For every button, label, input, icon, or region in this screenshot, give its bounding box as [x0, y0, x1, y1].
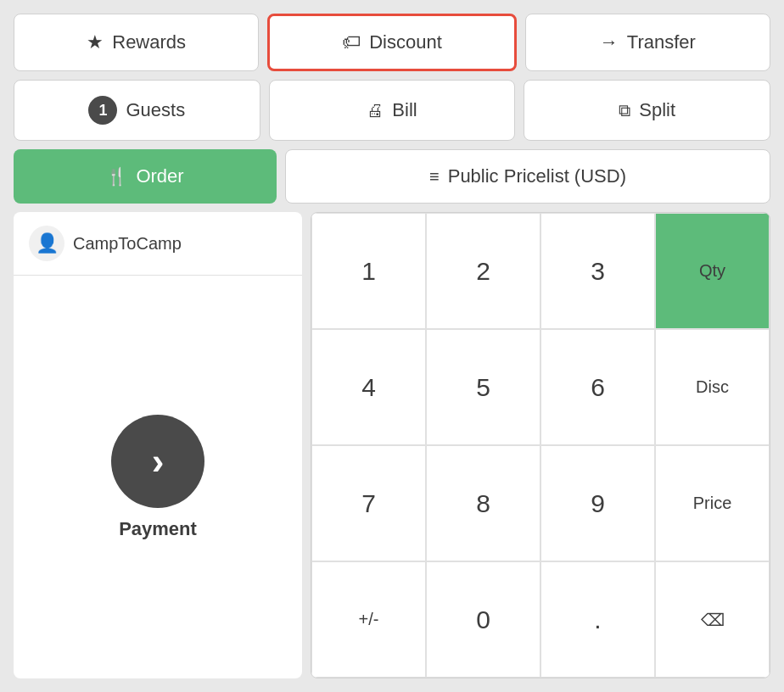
- numpad-plus-minus[interactable]: +/-: [311, 561, 426, 678]
- numpad-3[interactable]: 3: [540, 213, 655, 329]
- price-button[interactable]: Price: [655, 445, 770, 561]
- transfer-label: Transfer: [627, 31, 696, 53]
- main-area: 👤 CampToCamp › Payment 1 2 3 Qty 4 5: [14, 212, 770, 678]
- customer-row: 👤 CampToCamp: [14, 212, 302, 276]
- numpad-row-2: 4 5 6 Disc: [311, 329, 770, 445]
- arrow-right-icon: →: [600, 31, 619, 53]
- rewards-label: Rewards: [112, 31, 186, 53]
- numpad-4[interactable]: 4: [311, 329, 426, 445]
- customer-name: CampToCamp: [73, 234, 182, 254]
- discount-label: Discount: [369, 31, 442, 53]
- list-icon: ≡: [429, 167, 440, 187]
- backspace-button[interactable]: ⌫: [655, 561, 770, 678]
- numpad-5[interactable]: 5: [426, 329, 540, 445]
- numpad-1[interactable]: 1: [311, 213, 426, 329]
- numpad-9[interactable]: 9: [540, 445, 655, 561]
- payment-button[interactable]: ›: [111, 415, 204, 508]
- numpad: 1 2 3 Qty 4 5 6 Disc 7 8 9 Price +/- 0 .: [311, 212, 770, 678]
- numpad-row-4: +/- 0 . ⌫: [311, 561, 770, 678]
- payment-label: Payment: [119, 518, 197, 540]
- qty-button[interactable]: Qty: [655, 213, 770, 329]
- fork-icon: 🍴: [106, 166, 127, 187]
- disc-button[interactable]: Disc: [655, 329, 770, 445]
- transfer-button[interactable]: → Transfer: [525, 14, 770, 71]
- guests-label: Guests: [126, 99, 185, 121]
- person-icon: 👤: [36, 232, 59, 254]
- numpad-dot[interactable]: .: [540, 561, 655, 678]
- star-icon: ★: [87, 31, 104, 53]
- numpad-row-3: 7 8 9 Price: [311, 445, 770, 561]
- order-label: Order: [136, 165, 183, 187]
- bill-label: Bill: [392, 99, 417, 121]
- numpad-2[interactable]: 2: [426, 213, 540, 329]
- split-label: Split: [639, 99, 675, 121]
- customer-avatar: 👤: [29, 226, 64, 261]
- split-button[interactable]: ⧉ Split: [524, 80, 770, 141]
- numpad-row-1: 1 2 3 Qty: [311, 213, 770, 329]
- pricelist-button[interactable]: ≡ Public Pricelist (USD): [285, 149, 770, 204]
- pricelist-label: Public Pricelist (USD): [448, 165, 626, 187]
- split-icon: ⧉: [619, 101, 630, 120]
- discount-button[interactable]: 🏷 Discount: [267, 14, 516, 71]
- bill-button[interactable]: 🖨 Bill: [269, 80, 516, 141]
- tag-icon: 🏷: [342, 31, 361, 53]
- numpad-7[interactable]: 7: [311, 445, 426, 561]
- numpad-8[interactable]: 8: [426, 445, 540, 561]
- print-icon: 🖨: [367, 101, 384, 120]
- third-row: 🍴 Order ≡ Public Pricelist (USD): [14, 149, 770, 204]
- left-panel: 👤 CampToCamp › Payment: [14, 212, 302, 678]
- order-button[interactable]: 🍴 Order: [14, 149, 277, 204]
- main-container: ★ Rewards 🏷 Discount → Transfer 1 Guests…: [0, 0, 784, 692]
- second-row: 1 Guests 🖨 Bill ⧉ Split: [14, 80, 770, 141]
- guests-button[interactable]: 1 Guests: [14, 80, 260, 141]
- numpad-6[interactable]: 6: [540, 329, 655, 445]
- rewards-button[interactable]: ★ Rewards: [14, 14, 259, 71]
- top-row: ★ Rewards 🏷 Discount → Transfer: [14, 14, 770, 71]
- chevron-right-icon: ›: [152, 443, 165, 480]
- numpad-0[interactable]: 0: [426, 561, 540, 678]
- payment-section: › Payment: [111, 276, 204, 678]
- guests-badge: 1: [88, 96, 117, 125]
